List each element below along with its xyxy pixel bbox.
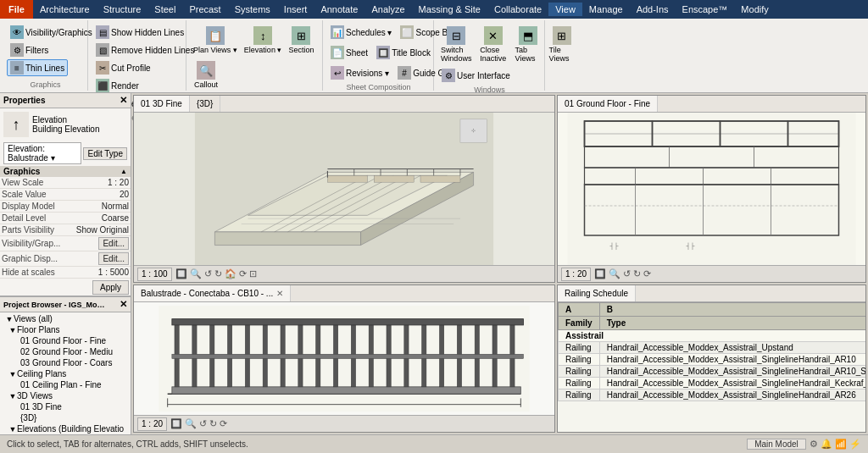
elevation-tabbar: Balustrade - Conectaba - CB10 - ... ✕ — [134, 285, 554, 302]
col-a-header: A — [559, 303, 600, 317]
tab-views-icon: ⬒ — [519, 26, 537, 45]
cut-profile-btn[interactable]: ✂ Cut Profile — [92, 59, 154, 76]
hide-scales-row: Hide at scales 1 : 5000 — [0, 267, 131, 279]
menu-bar: File Architecture Structure Steel Precas… — [0, 0, 868, 19]
tree-views-all-label[interactable]: ▼ Views (all) — [0, 313, 131, 324]
tab-elevation[interactable]: Balustrade - Conectaba - CB10 - ... ✕ — [134, 285, 291, 301]
tree-floor-plans[interactable]: ▼ Floor Plans — [7, 324, 131, 335]
status-message: Click to select, TAB for alternates, CTR… — [7, 439, 248, 449]
menu-manage[interactable]: Manage — [582, 3, 630, 16]
menu-precast[interactable]: Precast — [182, 3, 227, 16]
filters-btn[interactable]: ⚙ Filters — [7, 41, 52, 58]
3d-views-expand-icon: ▼ — [8, 392, 17, 401]
menu-systems[interactable]: Systems — [228, 3, 277, 16]
menu-modify[interactable]: Modify — [734, 3, 775, 16]
elevation-scale-btn[interactable]: 1 : 20 — [137, 417, 167, 431]
3d-toolbar-icons: 🔲 🔍 ↺ ↻ 🏠 ⟳ ⊡ — [175, 268, 257, 279]
menu-collaborate[interactable]: Collaborate — [487, 3, 548, 16]
section-label: Assistrail — [559, 330, 866, 342]
3d-scale-btn[interactable]: 1 : 100 — [137, 268, 172, 281]
tree-ground-floor-medium[interactable]: 02 Ground Floor - Mediu — [19, 346, 131, 357]
schedule-section-assistrail: Assistrail — [559, 330, 866, 342]
section-btn[interactable]: ⊞ Section — [286, 24, 316, 57]
callout-btn[interactable]: 🔍 Callout — [191, 58, 221, 91]
tree-elevations[interactable]: ▼ Elevations (Building Elevatio — [7, 423, 131, 434]
menu-insert[interactable]: Insert — [277, 3, 314, 16]
tile-views-btn[interactable]: ⊞ Tile Views — [547, 24, 577, 65]
elevation-btn[interactable]: ↕ Elevation ▾ — [242, 24, 285, 57]
menu-addins[interactable]: Add-Ins — [630, 3, 676, 16]
menu-architecture[interactable]: Architecture — [33, 3, 97, 16]
revisions-btn[interactable]: ↩ Revisions ▾ — [327, 64, 392, 81]
menu-steel[interactable]: Steel — [147, 3, 182, 16]
render-btn[interactable]: ⬛ Render — [92, 77, 142, 94]
3d-iso-svg: ⊹ — [134, 113, 554, 265]
edit-type-btn[interactable]: Edit Type — [83, 147, 127, 160]
sheet-btn[interactable]: 📄 Sheet — [327, 44, 371, 61]
family-header: Family — [559, 317, 600, 330]
properties-content: View Scale 1 : 20 Scale Value 20 Display… — [0, 177, 131, 296]
menu-structure[interactable]: Structure — [97, 3, 148, 16]
graphic-edit-btn[interactable]: Edit... — [98, 252, 129, 265]
elevation-tab-close[interactable]: ✕ — [276, 289, 283, 298]
visibility-graphics-btn[interactable]: 👁 Visibility/Graphics — [7, 24, 96, 41]
tree-ground-floor-coarse[interactable]: 03 Ground Floor - Coars — [19, 357, 131, 368]
fp-viewport-canvas[interactable]: ┤├ ┤├ — [558, 113, 865, 265]
tree-ground-floor-fine[interactable]: 01 Ground Floor - Fine — [19, 335, 131, 346]
plan-views-btn[interactable]: 📋 Plan Views ▾ — [191, 24, 240, 57]
elevation-viewport-canvas[interactable] — [134, 302, 554, 415]
properties-panel: Properties ✕ ↑ Elevation Building Elevat… — [0, 93, 131, 296]
graphic-disp-row: Graphic Disp... Edit... — [0, 251, 131, 267]
tree-ceiling-plan-fine[interactable]: 01 Ceiling Plan - Fine — [19, 379, 131, 390]
tree-3d-default[interactable]: {3D} — [19, 412, 131, 423]
menu-enscape[interactable]: Enscape™ — [676, 3, 735, 16]
schedule-row-1: Railing Handrail_Accessible_Moddex_Assis… — [559, 354, 866, 366]
menu-massing[interactable]: Massing & Site — [412, 3, 487, 16]
tree-3d-fine[interactable]: 01 3D Fine — [19, 401, 131, 412]
schedule-tabbar: Railing Schedule — [558, 285, 865, 302]
title-block-btn[interactable]: 🔲 Title Block — [373, 44, 434, 61]
menu-view[interactable]: View — [548, 3, 582, 16]
elevation-type-icon: ↑ — [3, 112, 29, 137]
svg-rect-13 — [374, 175, 414, 182]
apply-btn[interactable]: Apply — [92, 280, 129, 295]
windows-content: ⊟ Switch Windows ✕ Close Inactive ⬒ Tab … — [438, 22, 541, 84]
menu-annotate[interactable]: Annotate — [314, 3, 364, 16]
3d-viewport-canvas[interactable]: ⊹ — [134, 113, 554, 265]
elevation-statusbar: 1 : 20 🔲 🔍 ↺ ↻ ⟳ — [134, 415, 554, 432]
tab-ground-floor[interactable]: 01 Ground Floor - Fine — [558, 96, 658, 112]
user-interface-icon: ⚙ — [442, 69, 455, 82]
elevation-dropdown[interactable]: Elevation: Balustrade ▾ — [3, 142, 81, 164]
tree-3d-views[interactable]: ▼ 3D Views — [7, 390, 131, 401]
show-hidden-btn[interactable]: ▤ Show Hidden Lines — [92, 24, 187, 41]
status-model: Main Model — [747, 439, 806, 450]
svg-rect-47 — [172, 387, 520, 394]
user-interface-btn[interactable]: ⚙ User Interface — [438, 67, 514, 84]
thin-lines-btn[interactable]: ≡ Thin Lines — [7, 59, 68, 76]
ribbon-group-create: 📋 Plan Views ▾ ↕ Elevation ▾ ⊞ Section — [187, 20, 323, 91]
close-inactive-btn[interactable]: ✕ Close Inactive — [477, 24, 509, 65]
properties-close[interactable]: ✕ — [120, 95, 127, 106]
tree-ceiling-plans[interactable]: ▼ Ceiling Plans — [7, 368, 131, 379]
tab-3d-fine[interactable]: 01 3D Fine — [134, 96, 190, 112]
pb-close[interactable]: ✕ — [120, 299, 127, 310]
tab-views-btn[interactable]: ⬒ Tab Views — [513, 24, 543, 65]
tab-3d-default[interactable]: {3D} — [190, 96, 220, 112]
elevation-icon: ↕ — [253, 26, 272, 45]
floor-plans-expand-icon: ▼ — [8, 326, 17, 334]
sheetcomp-group-title: Sheet Composition — [327, 81, 430, 91]
elevation-toolbar-icons: 🔲 🔍 ↺ ↻ ⟳ — [170, 418, 227, 429]
visibility-edit-btn[interactable]: Edit... — [98, 237, 129, 250]
schedules-btn[interactable]: 📊 Schedules ▾ — [327, 24, 395, 41]
tab-schedule[interactable]: Railing Schedule — [558, 285, 636, 301]
schedule-row-2: Railing Handrail_Accessible_Moddex_Assis… — [559, 366, 866, 378]
menu-analyze[interactable]: Analyze — [364, 3, 411, 16]
switch-windows-btn[interactable]: ⊟ Switch Windows — [438, 24, 474, 65]
graphics-section-header[interactable]: Graphics ▲ — [0, 166, 131, 177]
row-1-family: Handrail_Accessible_Moddex_Assistrail_Si… — [599, 354, 865, 366]
file-menu[interactable]: File — [0, 0, 33, 19]
scope-box-icon: ⬜ — [400, 25, 414, 39]
remove-hidden-btn[interactable]: ▧ Remove Hidden Lines — [92, 41, 198, 58]
row-0-family: Handrail_Accessible_Moddex_Assistrail_Up… — [599, 342, 865, 354]
fp-scale-btn[interactable]: 1 : 20 — [561, 268, 591, 281]
